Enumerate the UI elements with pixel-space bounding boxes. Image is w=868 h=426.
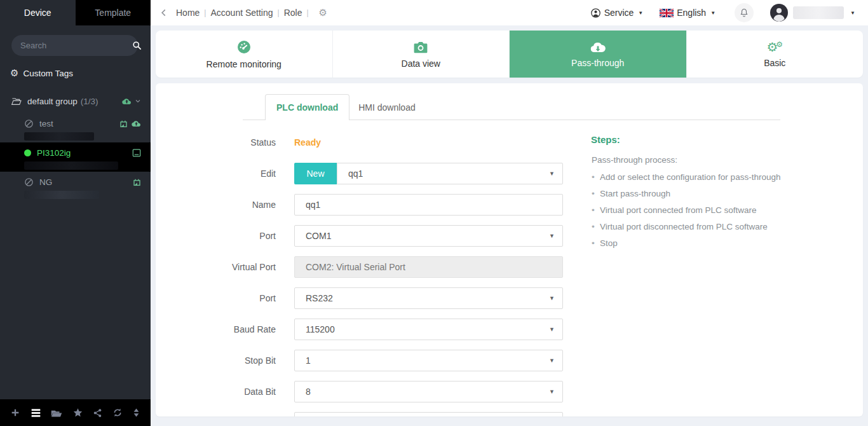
- share-button[interactable]: [93, 408, 102, 418]
- device-row-pi3102ig[interactable]: PI3102ig: [0, 142, 151, 172]
- tab-basic[interactable]: ⚙⚙ Basic: [687, 31, 864, 78]
- avatar-icon: [770, 4, 788, 22]
- redacted-serial: [24, 132, 94, 141]
- device-row-ng[interactable]: NG: [0, 172, 151, 201]
- name-row: Name: [156, 194, 563, 216]
- topbar-right: Service ▼ English ▼: [590, 3, 855, 22]
- app-window: Device Template ⚙ Custom Tags default gr…: [0, 0, 868, 426]
- service-label: Service: [604, 8, 634, 18]
- group-count: (1/3): [81, 97, 98, 106]
- stop-bit-select[interactable]: 1 ▼: [294, 350, 563, 371]
- search-icon[interactable]: [132, 41, 142, 50]
- redacted-serial: [24, 191, 99, 199]
- panel-body: Status Ready Edit New qq1 ▼: [156, 120, 863, 416]
- folder-open-icon: [11, 97, 22, 106]
- tab-pass-through[interactable]: Pass-through: [510, 31, 687, 78]
- tab-remote-monitoring[interactable]: Remote monitoring: [156, 31, 333, 78]
- search-input[interactable]: [20, 41, 132, 50]
- steps-list: Add or select the configuration for pass…: [591, 173, 794, 248]
- select-caret-icon: ▼: [549, 170, 555, 177]
- status-value: Ready: [294, 137, 321, 148]
- data-bit-select[interactable]: 8 ▼: [294, 381, 563, 402]
- redacted-username: [793, 6, 844, 19]
- refresh-button[interactable]: [112, 408, 123, 418]
- next-field-select[interactable]: [294, 412, 563, 416]
- main-area: Home | Account Setting | Role | ⚙ Servic…: [151, 0, 868, 426]
- notifications-button[interactable]: [735, 3, 754, 22]
- port-select[interactable]: COM1 ▼: [294, 225, 563, 247]
- breadcrumb-account-setting[interactable]: Account Setting: [210, 8, 273, 18]
- charging-pile-icon[interactable]: [119, 119, 128, 128]
- tab-label: Data view: [402, 58, 440, 69]
- language-menu[interactable]: English ▼: [660, 8, 715, 18]
- config-select[interactable]: qq1 ▼: [337, 163, 563, 184]
- device-name: NG: [39, 177, 52, 187]
- cloud-upload-icon[interactable]: [121, 97, 132, 106]
- back-chevron-icon[interactable]: [159, 8, 168, 17]
- pass-through-panel: PLC download HMI download Status Ready E…: [156, 83, 863, 416]
- step-item: Virtual port connected from PLC software: [591, 206, 794, 215]
- group-view-button[interactable]: [51, 408, 62, 418]
- step-item: Add or select the configuration for pass…: [591, 173, 794, 182]
- tab-hmi-download[interactable]: HMI download: [349, 95, 424, 120]
- steps-intro: Pass-through process:: [592, 155, 794, 165]
- search-box[interactable]: [11, 35, 138, 56]
- user-menu[interactable]: ▼: [770, 4, 855, 22]
- sidebar: Device Template ⚙ Custom Tags default gr…: [0, 0, 151, 426]
- breadcrumb-role[interactable]: Role: [284, 8, 302, 18]
- stop-bit-select-value: 1: [306, 355, 311, 366]
- caret-down-icon: ▼: [638, 10, 643, 16]
- group-row-default-group[interactable]: default group (1/3): [0, 93, 151, 109]
- tab-label: Basic: [764, 58, 785, 68]
- step-item: Stop: [591, 239, 794, 248]
- service-menu[interactable]: Service ▼: [590, 8, 644, 18]
- cloud-download-icon: [590, 41, 606, 53]
- cloud-upload-icon[interactable]: [131, 119, 142, 128]
- breadcrumb-separator: |: [273, 8, 284, 17]
- serial-type-row: Port RS232 ▼: [156, 287, 563, 309]
- select-caret-icon: ▼: [549, 388, 555, 395]
- settings-gear-icon[interactable]: ⚙: [319, 7, 327, 18]
- edit-label: Edit: [156, 168, 294, 179]
- stop-bit-row: Stop Bit 1 ▼: [156, 350, 563, 371]
- baud-rate-select-value: 115200: [306, 324, 335, 334]
- favorites-button[interactable]: [72, 408, 83, 418]
- sidebar-tabs: Device Template: [0, 0, 151, 25]
- name-input[interactable]: [294, 194, 563, 216]
- camera-icon: [413, 40, 428, 54]
- list-view-button[interactable]: [31, 408, 41, 418]
- data-bit-row: Data Bit 8 ▼: [156, 381, 563, 402]
- virtual-port-input: [294, 256, 563, 278]
- serial-type-select[interactable]: RS232 ▼: [294, 287, 563, 309]
- baud-rate-select[interactable]: 115200 ▼: [294, 319, 563, 340]
- pass-through-form: Status Ready Edit New qq1 ▼: [156, 132, 563, 416]
- step-item: Start pass-through: [591, 189, 794, 198]
- sort-button[interactable]: [132, 408, 140, 418]
- chevron-down-icon[interactable]: [134, 97, 142, 105]
- tab-plc-download[interactable]: PLC download: [265, 94, 349, 120]
- data-bit-label: Data Bit: [156, 387, 294, 397]
- select-caret-icon: ▼: [549, 326, 555, 333]
- tab-data-view[interactable]: Data view: [333, 31, 510, 78]
- status-label: Status: [156, 137, 294, 148]
- add-device-button[interactable]: [10, 408, 20, 418]
- breadcrumb-separator: |: [302, 8, 313, 17]
- tab-device[interactable]: Device: [0, 0, 76, 25]
- device-row-test[interactable]: test: [0, 113, 151, 142]
- language-label: English: [677, 8, 706, 18]
- baud-rate-row: Baud Rate 115200 ▼: [156, 319, 563, 340]
- tab-template[interactable]: Template: [76, 0, 151, 25]
- hmi-screen-icon[interactable]: [132, 148, 142, 158]
- stop-bit-label: Stop Bit: [156, 355, 294, 366]
- breadcrumb-home[interactable]: Home: [176, 8, 200, 18]
- select-caret-icon: ▼: [549, 357, 555, 364]
- charging-pile-icon[interactable]: [132, 177, 142, 187]
- bell-icon: [739, 8, 749, 18]
- offline-icon: [24, 119, 34, 128]
- caret-down-icon: ▼: [850, 10, 855, 16]
- data-bit-select-value: 8: [306, 387, 311, 397]
- port-row: Port COM1 ▼: [156, 225, 563, 247]
- custom-tags[interactable]: ⚙ Custom Tags: [10, 67, 151, 79]
- new-button[interactable]: New: [294, 163, 337, 184]
- online-dot-icon: [24, 149, 31, 156]
